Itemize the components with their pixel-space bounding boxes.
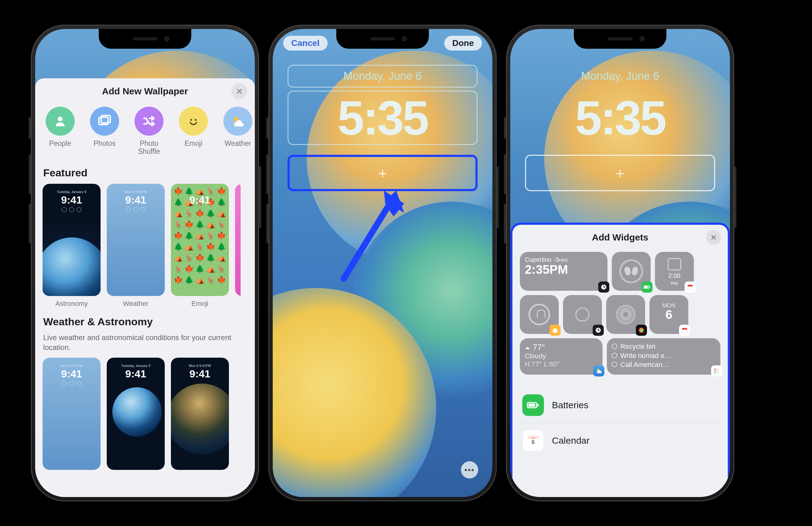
clock-app-icon	[593, 325, 604, 336]
category-label: People	[42, 139, 78, 147]
side-button	[497, 166, 499, 228]
screen: Cancel Done Monday, June 6 5:35 ＋ •••	[273, 29, 492, 497]
calendar-app-icon	[679, 325, 690, 336]
lock-time: 5:35	[575, 94, 665, 142]
featured-row[interactable]: Tuesday, January 99:41AstronomyMon 6 9:4…	[35, 184, 255, 311]
close-button[interactable]	[231, 83, 247, 99]
reminder-line: Recycle bin	[612, 342, 715, 351]
svg-point-5	[195, 119, 197, 121]
category-label: Photos	[86, 139, 123, 147]
world-offset: -3	[553, 256, 559, 263]
world-offset-unit: HRS	[559, 258, 568, 263]
widget-fitness-rings[interactable]	[606, 295, 645, 334]
phone-2: Cancel Done Monday, June 6 5:35 ＋ •••	[269, 25, 497, 501]
weather-astronomy-row[interactable]: Mon 6 9:41PM9:41Tuesday, January 99:41Mo…	[35, 358, 255, 474]
side-button	[259, 166, 261, 228]
svg-point-24	[714, 370, 715, 372]
weather-temp: 77°	[533, 343, 545, 352]
phone-1: Add New Wallpaper PeoplePhotosPhotoShuff…	[31, 25, 259, 501]
close-button[interactable]	[706, 230, 721, 245]
wallpaper-thumb-pink[interactable]	[235, 184, 241, 308]
thumb-caption: Weather	[107, 296, 165, 308]
side-button	[504, 154, 506, 194]
calendar-icon	[668, 258, 681, 270]
widget-weather[interactable]: ☁︎77° Cloudy H:77° L:60°	[520, 338, 603, 375]
person-icon	[46, 107, 75, 136]
widget-calendar-next[interactable]: 2:00PM	[655, 252, 694, 291]
widget-home-lock[interactable]	[520, 295, 559, 334]
weather-app-icon	[593, 365, 604, 376]
reminder-line: Write nomad e…	[612, 351, 715, 360]
notch	[574, 29, 666, 49]
category-label: Weather	[220, 139, 255, 147]
fitness-app-icon	[636, 325, 647, 336]
wallpaper-thumb-emoji[interactable]: 🍁🌲⛺🦌🍁🌲⛺🦌🍁🌲⛺🦌🍁🌲⛺🦌🍁🌲⛺🦌🍁🌲⛺🦌🍁🌲⛺🦌🍁🌲⛺🦌🍁🌲⛺🦌🍁🌲⛺🦌…	[171, 184, 229, 308]
side-button	[29, 117, 31, 139]
phone-3: Monday, June 6 5:35 ＋ Add Widgets	[506, 25, 734, 501]
svg-text:6: 6	[532, 439, 535, 445]
category-label: Emoji	[175, 139, 212, 147]
widget-alarm[interactable]	[563, 295, 602, 334]
done-button[interactable]: Done	[444, 36, 482, 50]
lock-time: 5:35	[337, 94, 427, 142]
app-row-batteries[interactable]: Batteries	[520, 388, 720, 423]
time-slot[interactable]: 5:35	[288, 91, 478, 145]
category-emoji[interactable]: Emoji	[175, 107, 212, 156]
svg-point-3	[187, 115, 200, 127]
svg-point-4	[190, 119, 192, 121]
widget-batteries-airpods[interactable]	[612, 252, 651, 291]
calendar-app-icon	[685, 282, 696, 292]
lock-date: Monday, June 6	[343, 70, 422, 82]
svg-rect-21	[682, 328, 687, 330]
category-people[interactable]: People	[42, 107, 78, 156]
category-weather[interactable]: Weather	[220, 107, 255, 156]
section-heading: Weather & Astronomy	[35, 311, 255, 333]
widget-calendar-day[interactable]: MON 6	[649, 295, 688, 334]
widget-world-clock[interactable]: Cupertino -3HRS 2:35PM	[520, 252, 607, 291]
cancel-button[interactable]: Cancel	[283, 36, 328, 50]
wallpaper-thumb-weather[interactable]: Mon 6 9:41PM9:41Weather	[107, 184, 165, 308]
category-photos[interactable]: Photos	[86, 107, 123, 156]
sheet-title: Add New Wallpaper	[102, 86, 188, 96]
category-row[interactable]: PeoplePhotosPhotoShuffleEmojiWeather	[35, 104, 255, 157]
svg-rect-31	[537, 404, 539, 406]
app-row-calendar[interactable]: •••6Calendar	[520, 423, 720, 458]
cal-day: 6	[654, 308, 683, 321]
notch	[99, 29, 191, 49]
more-button[interactable]: •••	[461, 461, 478, 479]
side-button	[29, 154, 31, 194]
svg-rect-13	[649, 286, 650, 288]
weather-icon	[223, 107, 252, 136]
weather-cond: Cloudy	[525, 352, 598, 360]
svg-rect-12	[644, 286, 648, 288]
date-slot[interactable]: Monday, June 6	[525, 65, 715, 88]
svg-point-25	[714, 372, 715, 373]
reminders-app-icon	[711, 365, 722, 376]
batteries-app-icon	[641, 282, 652, 292]
reminder-line: Call American…	[612, 360, 715, 370]
cal-app-icon: •••6	[522, 430, 544, 451]
widget-suggestions: Cupertino -3HRS 2:35PM	[512, 250, 728, 385]
cal-ampm: PM	[671, 281, 678, 286]
plus-icon: ＋	[375, 163, 390, 183]
wallpaper-thumb-astronomy[interactable]: Tuesday, January 99:41Astronomy	[43, 184, 101, 308]
category-label: PhotoShuffle	[131, 139, 167, 156]
svg-rect-27	[716, 371, 719, 371]
date-slot[interactable]: Monday, June 6	[288, 65, 478, 88]
wallpaper-thumb-earth2[interactable]: Tuesday, January 99:41	[107, 358, 165, 470]
time-slot[interactable]: 5:35	[525, 91, 715, 145]
widget-reminders[interactable]: Recycle bin Write nomad e… Call American…	[607, 338, 720, 375]
notch	[336, 29, 429, 49]
weather-hl: H:77° L:60°	[525, 360, 598, 368]
cal-dow: MON	[654, 302, 683, 309]
svg-rect-30	[528, 404, 535, 407]
wallpaper-thumb-weather[interactable]: Mon 6 9:41PM9:41	[43, 358, 101, 470]
app-label: Calendar	[552, 435, 590, 446]
cal-time: 2:00	[669, 272, 681, 279]
add-widget-slot[interactable]: ＋	[525, 155, 715, 191]
sheet-title: Add Widgets	[592, 232, 648, 243]
wallpaper-thumb-earth3[interactable]: Mon 6 9:41PM9:41	[171, 358, 229, 470]
svg-rect-15	[688, 285, 693, 287]
shuffle-icon	[134, 107, 163, 136]
category-photo-shuffle[interactable]: PhotoShuffle	[131, 107, 167, 156]
